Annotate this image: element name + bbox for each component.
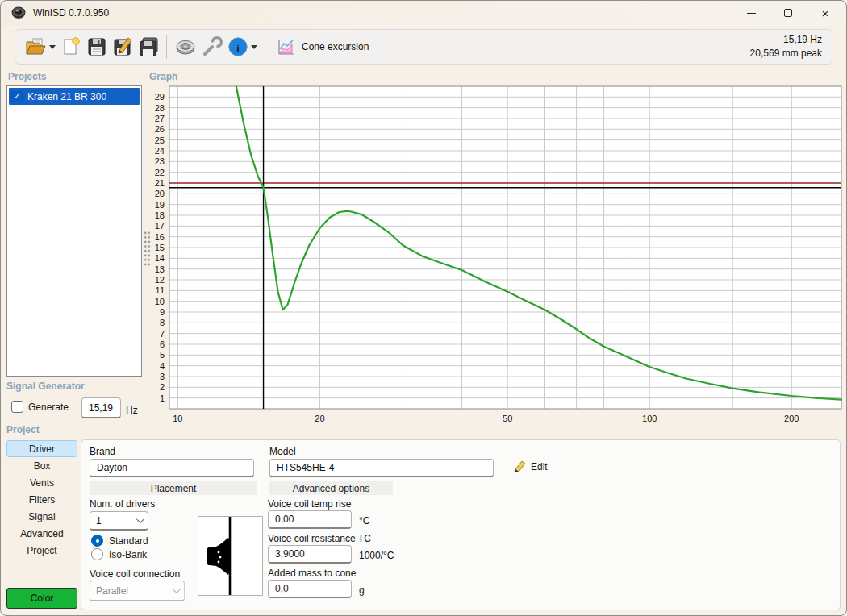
save-all-icon xyxy=(138,36,159,57)
brand-input[interactable] xyxy=(90,459,254,477)
svg-text:11: 11 xyxy=(156,285,165,295)
excursion-chart-icon xyxy=(276,37,295,56)
svg-text:24: 24 xyxy=(155,146,165,156)
svg-text:i: i xyxy=(236,44,239,53)
signal-generator-header: Signal Generator xyxy=(6,381,85,392)
project-checkbox-checked[interactable]: ✓ xyxy=(11,91,23,102)
maximize-icon xyxy=(784,9,792,17)
svg-text:19: 19 xyxy=(155,200,165,210)
generate-label: Generate xyxy=(28,402,69,413)
svg-text:12: 12 xyxy=(155,275,165,285)
svg-text:8: 8 xyxy=(160,318,165,327)
cursor-readout: 15,19 Hz 20,569 mm peak xyxy=(750,33,822,60)
graph-area[interactable]: 1234567891011121314151617181920212223242… xyxy=(149,81,843,423)
new-document-icon xyxy=(60,36,81,57)
tab-vents[interactable]: Vents xyxy=(6,474,77,491)
tab-filters[interactable]: Filters xyxy=(6,491,77,508)
svg-text:50: 50 xyxy=(503,414,512,423)
minimize-icon xyxy=(747,13,756,14)
projects-header: Projects xyxy=(8,71,46,82)
svg-text:28: 28 xyxy=(155,103,165,113)
radio-unselected-icon xyxy=(91,548,103,560)
minimize-button[interactable] xyxy=(732,0,770,26)
svg-text:29: 29 xyxy=(155,92,165,102)
project-section-header: Project xyxy=(6,424,40,435)
view-selector-button[interactable]: Cone excursion xyxy=(273,32,371,61)
brand-label: Brand xyxy=(90,446,115,457)
mounting-isobarik-option[interactable]: Iso-Barik xyxy=(91,548,147,560)
save-floppy-icon xyxy=(86,36,107,57)
svg-text:20: 20 xyxy=(155,189,165,198)
vc-connection-select: Parallel xyxy=(90,581,185,601)
svg-text:1: 1 xyxy=(160,393,165,403)
svg-text:200: 200 xyxy=(784,414,799,423)
open-project-button[interactable] xyxy=(22,32,58,61)
new-project-button[interactable] xyxy=(58,32,84,61)
baffle-driver-drawing xyxy=(198,517,262,595)
svg-text:23: 23 xyxy=(155,156,165,166)
radio-selected-icon xyxy=(91,535,103,547)
save-all-button[interactable] xyxy=(136,32,161,61)
vc-resistance-tc-unit: 1000/°C xyxy=(359,550,394,561)
info-icon: i xyxy=(227,36,248,57)
vc-temp-rise-label: Voice coil temp rise xyxy=(268,498,351,510)
vc-connection-label: Voice coil connection xyxy=(90,568,180,580)
svg-text:26: 26 xyxy=(155,124,165,134)
svg-text:22: 22 xyxy=(155,168,165,177)
vc-temp-rise-unit: °C xyxy=(359,515,369,527)
window-title: WinISD 0.7.0.950 xyxy=(33,7,109,19)
project-list-item[interactable]: ✓ Kraken 21 BR 300 xyxy=(9,88,140,105)
edit-label: Edit xyxy=(531,461,548,472)
svg-text:10: 10 xyxy=(155,297,165,306)
driver-panel: Brand Model Edit Placement Advanced opti… xyxy=(81,439,841,610)
svg-text:4: 4 xyxy=(160,361,165,371)
generate-checkbox[interactable] xyxy=(11,401,23,413)
added-mass-input[interactable] xyxy=(268,580,352,598)
num-drivers-select[interactable]: 1 xyxy=(90,511,148,531)
view-label: Cone excursion xyxy=(302,41,369,52)
vc-temp-rise-input[interactable] xyxy=(268,510,352,529)
open-dropdown-caret xyxy=(49,45,56,49)
num-drivers-label: Num. of drivers xyxy=(90,498,155,510)
added-mass-label: Added mass to cone xyxy=(268,568,356,579)
subtab-advanced-options[interactable]: Advanced options xyxy=(269,481,393,495)
save-button[interactable] xyxy=(84,32,110,61)
speaker-driver-icon xyxy=(174,36,197,57)
options-button[interactable] xyxy=(199,32,225,61)
svg-text:14: 14 xyxy=(155,253,165,263)
color-button[interactable]: Color xyxy=(6,588,77,609)
svg-text:18: 18 xyxy=(155,210,165,220)
svg-text:27: 27 xyxy=(155,114,165,123)
toolbar-separator-2 xyxy=(265,35,265,59)
open-folder-icon xyxy=(24,36,47,57)
driver-database-button[interactable] xyxy=(172,32,199,61)
svg-text:5: 5 xyxy=(160,350,165,360)
svg-text:10: 10 xyxy=(173,414,182,423)
edit-driver-button[interactable]: Edit xyxy=(514,460,548,473)
readout-frequency: 15,19 Hz xyxy=(750,33,822,47)
tab-project[interactable]: Project xyxy=(6,542,77,559)
projects-list[interactable]: ✓ Kraken 21 BR 300 xyxy=(6,85,142,377)
app-speaker-icon xyxy=(11,6,26,20)
maximize-button[interactable] xyxy=(770,0,807,26)
readout-peak: 20,569 mm peak xyxy=(750,47,822,60)
save-as-button[interactable] xyxy=(110,32,136,61)
subtab-placement[interactable]: Placement xyxy=(90,481,257,495)
tab-advanced[interactable]: Advanced xyxy=(6,525,77,542)
project-name: Kraken 21 BR 300 xyxy=(27,91,106,102)
svg-text:25: 25 xyxy=(155,135,165,145)
svg-text:16: 16 xyxy=(155,232,165,242)
frequency-input[interactable] xyxy=(81,397,121,418)
svg-text:20: 20 xyxy=(315,414,324,423)
tab-driver[interactable]: Driver xyxy=(6,440,77,457)
tab-box[interactable]: Box xyxy=(6,457,77,474)
info-button[interactable]: i xyxy=(225,32,260,61)
close-button[interactable]: × xyxy=(807,0,844,26)
chevron-down-icon xyxy=(136,515,144,523)
excursion-chart[interactable]: 1234567891011121314151617181920212223242… xyxy=(149,81,843,423)
mounting-standard-option[interactable]: Standard xyxy=(91,535,148,547)
vc-resistance-tc-input[interactable] xyxy=(268,545,352,564)
svg-text:3: 3 xyxy=(160,372,165,381)
model-input[interactable] xyxy=(269,459,494,477)
tab-signal[interactable]: Signal xyxy=(6,508,77,525)
